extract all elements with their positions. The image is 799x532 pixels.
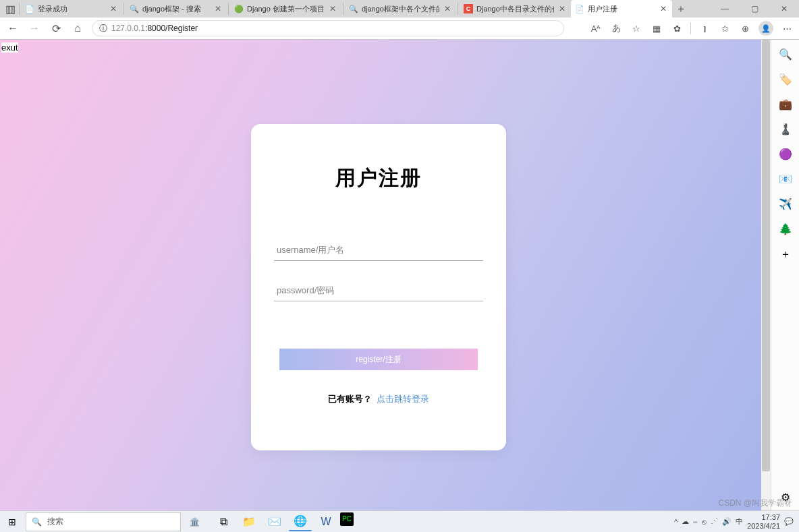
ime-icon[interactable]: 中: [736, 516, 743, 527]
sidebar-tools-icon[interactable]: 💼: [779, 98, 792, 111]
tab-0[interactable]: 📄 登录成功 ✕: [21, 0, 122, 18]
back-button[interactable]: ←: [5, 21, 20, 36]
tab-title: django框架中各个文件的: [362, 4, 439, 14]
volume-icon[interactable]: 🔊: [722, 517, 732, 526]
tray-chevron-icon[interactable]: ^: [674, 518, 678, 526]
taskbar: ⊞ 🔍 搜索 🏛️ ⧉ 📁 ✉️ 🌐 W PC ^ ☁ ⎓ ⎋ ⋰ 🔊 中 17…: [0, 510, 799, 532]
favorite-icon[interactable]: ☆: [630, 22, 643, 35]
search-placeholder: 搜索: [47, 516, 63, 527]
login-prompt: 已有账号？ 点击跳转登录: [328, 393, 430, 405]
goto-login-link[interactable]: 点击跳转登录: [377, 394, 429, 404]
translate-icon[interactable]: あ: [609, 22, 623, 35]
sidebar-office-icon[interactable]: 🟣: [779, 148, 792, 160]
page-title: 用户注册: [335, 165, 422, 192]
sidebar-search-icon[interactable]: 🔍: [779, 48, 792, 61]
weather-widget[interactable]: 🏛️: [181, 512, 208, 531]
collections-icon[interactable]: ⊕: [738, 22, 752, 35]
viewport: exut 用户注册 register/注册 已有账号？ 点击跳转登录 🔍 🏷️ …: [0, 40, 799, 512]
time: 17:37: [747, 513, 780, 521]
url-path: :8000/Register: [145, 24, 198, 33]
close-icon[interactable]: ✕: [557, 4, 567, 13]
minimize-button[interactable]: —: [710, 0, 740, 18]
favorites-icon[interactable]: ✩: [718, 22, 732, 35]
word-icon[interactable]: W: [314, 512, 337, 531]
date: 2023/4/21: [747, 522, 780, 530]
search-icon: 🔍: [130, 4, 139, 13]
tab-title: Django中各目录文件的作: [476, 4, 554, 14]
profile-avatar[interactable]: 👤: [759, 21, 773, 36]
forward-button: →: [27, 21, 42, 36]
watermark: CSDN @叫我学霸呀: [718, 498, 792, 509]
home-button[interactable]: ⌂: [70, 21, 85, 36]
close-icon[interactable]: ✕: [213, 4, 223, 13]
edge-sidebar: 🔍 🏷️ 💼 ♟️ 🟣 📧 ✈️ 🌲 ＋ ⚙: [771, 40, 799, 512]
tab-title: 用户注册: [588, 4, 655, 14]
battery-icon[interactable]: ⎓: [693, 518, 698, 526]
scrollbar-thumb[interactable]: [762, 40, 770, 471]
sidebar-outlook-icon[interactable]: 📧: [779, 173, 792, 185]
close-icon[interactable]: ✕: [659, 4, 668, 13]
browser-chrome: ▥ 📄 登录成功 ✕ 🔍 django框架 - 搜索 ✕ 🟢 Django 创建…: [0, 0, 799, 40]
close-icon[interactable]: ✕: [443, 4, 452, 13]
have-account-label: 已有账号？: [328, 394, 372, 404]
system-tray: ^ ☁ ⎓ ⎋ ⋰ 🔊 中 17:37 2023/4/21 💬: [674, 513, 799, 529]
page-icon: 📄: [25, 4, 34, 13]
clock[interactable]: 17:37 2023/4/21: [747, 513, 780, 529]
mail-icon[interactable]: ✉️: [263, 512, 286, 531]
page-icon: 📄: [575, 4, 584, 13]
read-aloud-icon[interactable]: Aᴬ: [589, 22, 603, 35]
tab-1[interactable]: 🔍 django框架 - 搜索 ✕: [126, 0, 227, 18]
scrollbar[interactable]: [761, 40, 771, 512]
url-host: 127.0.0.1: [111, 24, 145, 33]
explorer-icon[interactable]: 📁: [238, 512, 260, 531]
search-icon: 🔍: [32, 517, 42, 527]
django-icon: 🟢: [234, 4, 244, 13]
search-icon: 🔍: [349, 4, 358, 13]
extension-icon[interactable]: ▦: [650, 22, 663, 35]
tab-title: 登录成功: [38, 4, 105, 14]
maximize-button[interactable]: ▢: [740, 0, 769, 18]
sidebar-telegram-icon[interactable]: ✈️: [779, 198, 792, 210]
tab-4[interactable]: C Django中各目录文件的作 ✕: [460, 0, 571, 18]
edge-icon[interactable]: 🌐: [289, 512, 312, 531]
password-input[interactable]: [274, 280, 483, 301]
stray-text: exut: [1, 42, 18, 53]
new-tab-button[interactable]: ＋: [672, 2, 690, 16]
window-controls: — ▢ ✕: [710, 0, 799, 18]
url-input[interactable]: ⓘ 127.0.0.1:8000/Register: [92, 20, 564, 36]
reload-button[interactable]: ⟳: [49, 21, 63, 36]
sidebar-games-icon[interactable]: ♟️: [779, 123, 792, 136]
notifications-icon[interactable]: 💬: [784, 517, 794, 526]
sidebar-add-icon[interactable]: ＋: [780, 247, 791, 262]
site-info-icon[interactable]: ⓘ: [99, 23, 107, 34]
network-icon[interactable]: ⎋: [702, 518, 707, 526]
page-content: exut 用户注册 register/注册 已有账号？ 点击跳转登录: [0, 40, 771, 512]
tab-overview-icon[interactable]: ▥: [3, 1, 18, 16]
tab-bar: ▥ 📄 登录成功 ✕ 🔍 django框架 - 搜索 ✕ 🟢 Django 创建…: [0, 0, 799, 18]
tab-3[interactable]: 🔍 django框架中各个文件的 ✕: [345, 0, 456, 18]
tab-title: django框架 - 搜索: [142, 4, 210, 14]
onedrive-icon[interactable]: ☁: [682, 517, 689, 526]
extension2-icon[interactable]: ✿: [670, 22, 684, 35]
sidebar-shopping-icon[interactable]: 🏷️: [779, 73, 792, 86]
more-icon[interactable]: ⋯: [780, 22, 794, 35]
close-window-button[interactable]: ✕: [769, 0, 799, 18]
close-icon[interactable]: ✕: [109, 4, 118, 13]
tab-5-active[interactable]: 📄 用户注册 ✕: [571, 0, 672, 18]
register-button[interactable]: register/注册: [279, 349, 478, 370]
task-view-icon[interactable]: ⧉: [212, 512, 235, 531]
pycharm-icon[interactable]: PC: [340, 512, 354, 526]
register-card: 用户注册 register/注册 已有账号？ 点击跳转登录: [251, 124, 506, 450]
sidebar-tree-icon[interactable]: 🌲: [779, 223, 792, 235]
close-icon[interactable]: ✕: [328, 4, 337, 13]
address-bar: ← → ⟳ ⌂ ⓘ 127.0.0.1:8000/Register Aᴬ あ ☆…: [0, 18, 799, 39]
wifi-icon[interactable]: ⋰: [711, 517, 718, 526]
start-button[interactable]: ⊞: [0, 516, 24, 527]
csdn-icon: C: [464, 4, 473, 13]
username-input[interactable]: [274, 239, 483, 261]
tab-title: Django 创建第一个项目: [247, 4, 325, 14]
split-screen-icon[interactable]: ⫿: [698, 22, 711, 35]
tab-2[interactable]: 🟢 Django 创建第一个项目 ✕: [230, 0, 341, 18]
taskbar-search[interactable]: 🔍 搜索: [26, 512, 181, 531]
